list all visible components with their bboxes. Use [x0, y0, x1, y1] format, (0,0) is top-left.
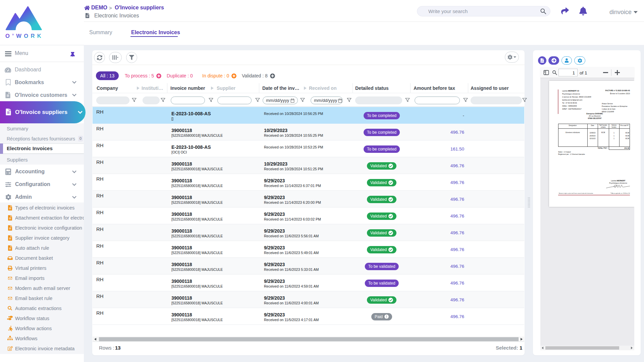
svg-text:O’WORK: O’WORK [5, 33, 43, 39]
